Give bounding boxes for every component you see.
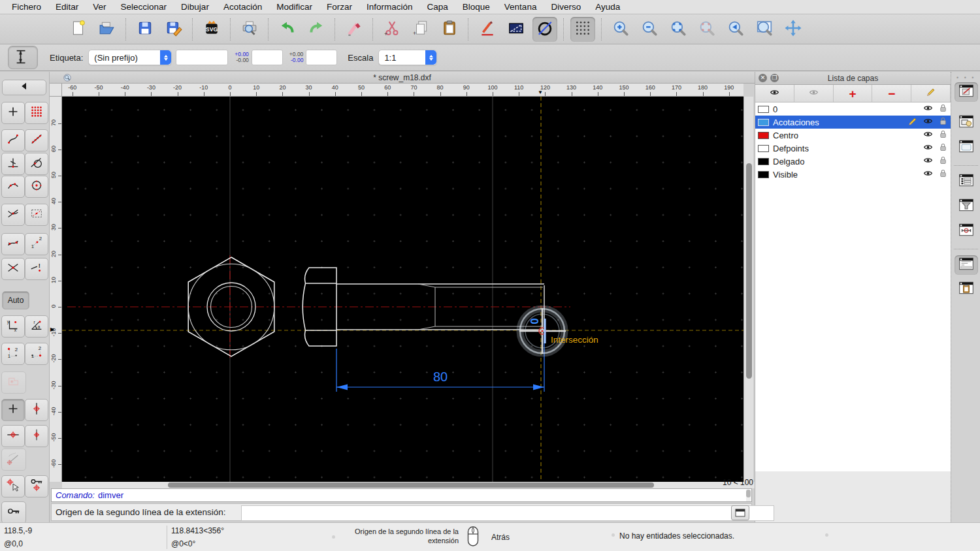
dock-dimension-tools-button[interactable] <box>955 221 978 241</box>
delete-entities-button[interactable] <box>342 17 367 42</box>
edit-layer-button[interactable] <box>911 85 951 102</box>
pencil-icon[interactable] <box>907 116 918 129</box>
restrict-horizontal-button[interactable] <box>1 425 25 447</box>
command-history-scrollbar[interactable] <box>746 490 751 501</box>
coords-polar-button[interactable]: ra <box>25 315 48 338</box>
menu-editar[interactable]: Editar <box>56 2 78 12</box>
menu-dibujar[interactable]: Dibujar <box>181 2 209 12</box>
snap-auto-sequence-button[interactable] <box>1 233 25 255</box>
layer-row-delgado[interactable]: Delgado <box>755 155 951 168</box>
horizontal-scroll-thumb[interactable] <box>168 482 654 488</box>
snap-intersection-button[interactable] <box>1 258 25 280</box>
hide-all-layers-button[interactable] <box>794 85 834 102</box>
tolerance-1-input[interactable] <box>252 50 283 65</box>
menu-ventana[interactable]: Ventana <box>504 2 537 12</box>
command-history[interactable]: Comando: dimver <box>51 488 752 502</box>
lock-icon[interactable] <box>938 103 948 115</box>
dock-command-widget-button[interactable] <box>955 255 978 275</box>
entity-attributes-button[interactable] <box>475 17 500 42</box>
lock-icon[interactable] <box>938 168 948 180</box>
zoom-window-button[interactable] <box>752 17 777 42</box>
menu-ver[interactable]: Ver <box>93 2 106 12</box>
paste-button[interactable] <box>437 17 462 42</box>
snap-on-entity-button[interactable] <box>25 129 48 151</box>
command-input[interactable] <box>241 505 774 521</box>
layer-visibility-toggle[interactable] <box>922 142 934 154</box>
menu-ayuda[interactable]: Ayuda <box>595 2 620 12</box>
coords-cartesian-button[interactable]: yx <box>1 315 25 338</box>
dimension-vertical-tool-button[interactable] <box>8 46 38 69</box>
zoom-previous-button[interactable] <box>723 17 748 42</box>
command-window-toggle-button[interactable] <box>731 505 749 520</box>
dock-library-browser-button[interactable] <box>955 138 978 157</box>
auto-snap-button[interactable]: Auto <box>2 291 29 309</box>
menu-acotacin[interactable]: Acotación <box>223 2 262 12</box>
menu-capa[interactable]: Capa <box>427 2 448 12</box>
svg-export-button[interactable]: SVG <box>199 17 224 42</box>
save-as-file-button[interactable] <box>161 17 186 42</box>
grid-toggle-button[interactable] <box>570 17 595 42</box>
layer-row-centro[interactable]: Centro <box>755 129 951 142</box>
layer-visibility-toggle[interactable] <box>922 103 934 115</box>
restrict-vertical-button[interactable] <box>25 399 48 421</box>
document-title-bar[interactable]: * screw_m18.dxf <box>50 72 755 84</box>
snap-endpoint-button[interactable] <box>1 129 25 151</box>
copy-button[interactable]: + <box>408 17 433 42</box>
lock-icon[interactable] <box>938 142 948 154</box>
back-button[interactable] <box>2 80 46 95</box>
ortho-mode-button[interactable] <box>504 17 529 42</box>
relative-zero-key-button[interactable] <box>1 501 26 524</box>
snap-intersection-manual-button[interactable]: ! <box>25 258 48 280</box>
canvas-vertical-scrollbar[interactable] <box>743 97 753 482</box>
save-file-button[interactable] <box>133 17 157 42</box>
snap-reference-button[interactable] <box>25 204 48 226</box>
menu-informacin[interactable]: Información <box>367 2 413 12</box>
dock-layer-list-button[interactable] <box>955 82 978 102</box>
menu-bloque[interactable]: Bloque <box>463 2 490 12</box>
show-all-layers-button[interactable] <box>755 85 794 102</box>
restrict-nothing-button[interactable] <box>1 399 25 421</box>
snap-manual-sequence-button[interactable]: 12 <box>25 233 48 255</box>
snap-center-button[interactable] <box>25 176 48 198</box>
lock-icon[interactable] <box>938 155 948 167</box>
layer-row-0[interactable]: 0 <box>755 102 951 116</box>
layer-row-visible[interactable]: Visible <box>755 168 951 181</box>
dimension-label-input[interactable] <box>176 50 228 65</box>
drawing-canvas[interactable]: 80 0 Intersección <box>62 97 743 482</box>
escala-select[interactable]: 1:1 <box>378 50 437 65</box>
menu-seleccionar[interactable]: Seleccionar <box>121 2 167 12</box>
snap-distance-button[interactable] <box>1 176 25 198</box>
order-counterclockwise-button[interactable]: 21 <box>1 343 25 365</box>
menu-diverso[interactable]: Diverso <box>551 2 581 12</box>
menu-modificar[interactable]: Modificar <box>276 2 312 12</box>
layer-visibility-toggle[interactable] <box>922 155 934 167</box>
dock-block-list-button[interactable] <box>955 113 978 133</box>
vertical-scroll-thumb[interactable] <box>746 163 752 379</box>
snap-perpendicular-button[interactable] <box>1 153 25 175</box>
new-file-button[interactable] <box>66 17 91 42</box>
angle-gauge-button[interactable] <box>1 449 26 471</box>
layer-panel-titlebar[interactable]: ✕ ❐ Lista de capas <box>755 72 951 85</box>
dimension-80[interactable]: 80 <box>336 334 544 392</box>
tolerance-2-input[interactable] <box>306 50 337 65</box>
open-file-button[interactable] <box>95 17 120 42</box>
layer-row-defpoints[interactable]: Defpoints <box>755 142 951 155</box>
remove-layer-button[interactable]: − <box>872 85 911 102</box>
zoom-in-button[interactable] <box>608 17 633 42</box>
zoom-pan-button[interactable] <box>781 17 806 42</box>
lock-icon[interactable] <box>938 116 948 128</box>
dock-selection-filter-button[interactable] <box>955 197 978 216</box>
layer-visibility-toggle[interactable] <box>922 129 934 141</box>
cut-button[interactable]: + <box>380 17 404 42</box>
snap-tangent-button[interactable] <box>25 153 48 175</box>
snap-middle-button[interactable] <box>1 204 25 226</box>
add-layer-button[interactable]: + <box>834 85 873 102</box>
dock-clipboard-panel-button[interactable] <box>955 279 978 299</box>
menu-forzar[interactable]: Forzar <box>327 2 352 12</box>
snap-free-button[interactable] <box>1 102 25 124</box>
zoom-redraw-button[interactable] <box>694 17 719 42</box>
polyline-tool-button[interactable] <box>1 371 26 394</box>
restrict-orthogonal-button[interactable] <box>25 425 48 447</box>
layer-visibility-toggle[interactable] <box>922 116 934 128</box>
lock-icon[interactable] <box>938 129 948 141</box>
